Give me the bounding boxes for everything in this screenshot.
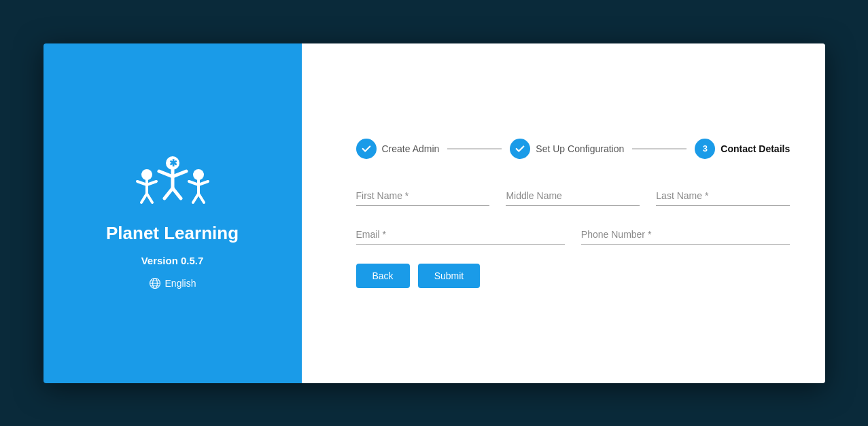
- svg-line-4: [164, 188, 173, 198]
- svg-line-11: [147, 194, 152, 202]
- middle-name-field: [506, 186, 640, 206]
- first-name-input[interactable]: [356, 186, 490, 206]
- step-3-label: Contact Details: [721, 143, 790, 154]
- email-input[interactable]: [356, 225, 565, 245]
- submit-button[interactable]: Submit: [418, 264, 481, 288]
- app-version: Version 0.5.7: [141, 255, 204, 266]
- left-panel: ✱ Planet Learning Version 0.5.7 English: [44, 43, 302, 383]
- app-logo: ✱: [132, 137, 213, 212]
- back-button[interactable]: Back: [356, 264, 410, 288]
- app-title: Planet Learning: [92, 223, 252, 244]
- svg-line-17: [198, 194, 204, 202]
- svg-line-10: [141, 194, 147, 202]
- email-field: [356, 225, 565, 245]
- step-setup-config: Set Up Configuration: [510, 139, 624, 159]
- svg-line-16: [193, 194, 198, 202]
- language-selector[interactable]: English: [149, 277, 196, 289]
- step-contact-details: 3 Contact Details: [695, 139, 790, 159]
- step-1-label: Create Admin: [382, 143, 440, 154]
- phone-field: [581, 225, 790, 245]
- form-actions: Back Submit: [356, 264, 791, 288]
- connector-2: [632, 148, 687, 149]
- connector-1: [447, 148, 502, 149]
- step-create-admin: Create Admin: [356, 139, 440, 159]
- step-2-label: Set Up Configuration: [536, 143, 624, 154]
- name-row: [356, 186, 791, 206]
- svg-line-8: [137, 181, 147, 185]
- contact-form: Back Submit: [356, 186, 791, 288]
- last-name-field: [656, 186, 790, 206]
- svg-line-14: [189, 181, 198, 185]
- right-panel: Create Admin Set Up Configuration 3 Cont…: [302, 43, 825, 383]
- svg-line-15: [198, 181, 208, 185]
- step-3-circle: 3: [695, 139, 715, 159]
- contact-row: [356, 225, 791, 245]
- first-name-field: [356, 186, 490, 206]
- step-1-circle: [356, 139, 377, 159]
- svg-line-5: [173, 188, 181, 198]
- language-label: English: [165, 278, 196, 289]
- last-name-input[interactable]: [656, 186, 790, 206]
- svg-point-12: [193, 169, 204, 180]
- step-2-circle: [510, 139, 530, 159]
- svg-line-3: [173, 171, 186, 177]
- app-window: ✱ Planet Learning Version 0.5.7 English: [44, 43, 825, 383]
- svg-line-2: [159, 171, 173, 177]
- check-icon: [362, 144, 371, 154]
- check-icon-2: [515, 144, 525, 154]
- phone-input[interactable]: [581, 225, 790, 245]
- middle-name-input[interactable]: [506, 186, 640, 206]
- stepper: Create Admin Set Up Configuration 3 Cont…: [356, 139, 791, 159]
- globe-icon: [149, 277, 161, 289]
- svg-text:✱: ✱: [169, 158, 177, 168]
- svg-line-9: [147, 181, 156, 185]
- svg-point-6: [141, 169, 152, 180]
